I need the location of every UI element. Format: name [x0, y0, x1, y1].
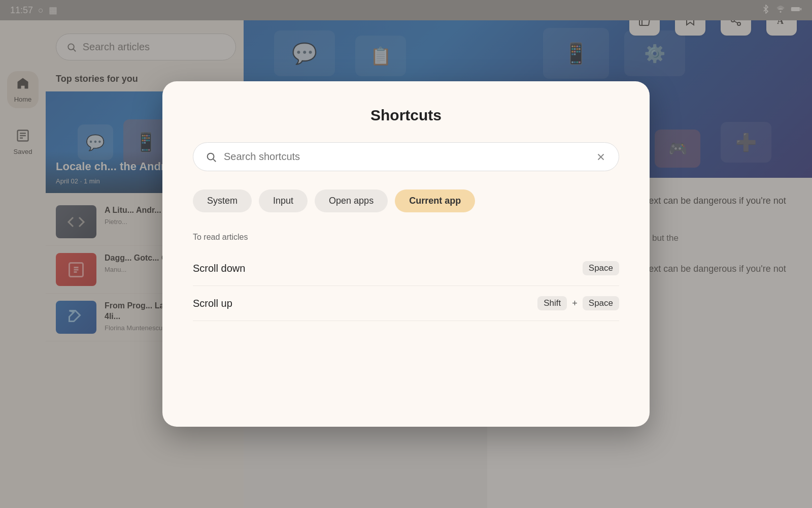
modal-search-icon — [206, 151, 217, 163]
svg-line-17 — [213, 159, 216, 162]
svg-point-16 — [208, 153, 214, 160]
modal-tabs: System Input Open apps Current app — [193, 189, 619, 212]
shortcuts-modal: Shortcuts System Input Open apps Current… — [162, 81, 650, 427]
plus-separator: + — [572, 298, 578, 309]
modal-title: Shortcuts — [193, 107, 619, 124]
shortcut-scroll-down-name: Scroll down — [193, 263, 245, 274]
shortcut-scroll-down-keys: Space — [583, 261, 619, 275]
key-shift: Shift — [537, 296, 567, 310]
section-to-read-articles: To read articles — [193, 233, 619, 242]
key-space-2: Space — [583, 296, 619, 310]
tab-input[interactable]: Input — [259, 189, 308, 212]
clear-search-icon[interactable] — [595, 151, 606, 163]
tab-system[interactable]: System — [193, 189, 252, 212]
modal-search-bar[interactable] — [193, 142, 619, 171]
shortcut-scroll-up-keys: Shift + Space — [537, 296, 619, 310]
tab-open-apps[interactable]: Open apps — [315, 189, 388, 212]
shortcuts-search-input[interactable] — [224, 151, 588, 163]
tab-current-app[interactable]: Current app — [395, 189, 475, 212]
shortcut-scroll-down: Scroll down Space — [193, 251, 619, 286]
shortcut-scroll-up: Scroll up Shift + Space — [193, 286, 619, 321]
shortcut-scroll-up-name: Scroll up — [193, 298, 232, 309]
key-space: Space — [583, 261, 619, 275]
